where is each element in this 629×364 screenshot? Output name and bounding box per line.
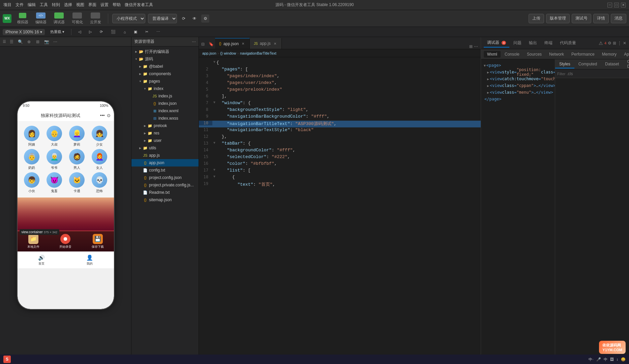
taskbar-arrow-icon[interactable]: ↕ — [617, 357, 619, 361]
menu-item[interactable]: 设置 — [100, 2, 109, 8]
tree-root-folder[interactable]: ▼ 📂 源码 — [131, 55, 199, 63]
styles-tab-dataset[interactable]: Dataset — [601, 60, 623, 68]
version-button[interactable]: 版本管理 — [546, 14, 570, 23]
refresh-button[interactable]: ⟳ — [180, 14, 188, 23]
devtools-settings-icon[interactable]: ⚙ — [608, 41, 611, 46]
tree-readme[interactable]: 📄 Readme.txt — [131, 189, 199, 196]
avatar-item-0[interactable]: 👩 阿姨 — [22, 126, 42, 147]
menu-item[interactable]: 微信开发者工具 — [125, 2, 153, 8]
devtools-more-icon[interactable]: ⋮ — [618, 41, 622, 46]
more-button[interactable]: ⋯ — [154, 29, 163, 35]
subtab-memory[interactable]: Memory — [599, 51, 620, 58]
menu-item[interactable]: 项目 — [3, 2, 11, 8]
styles-tab-computed[interactable]: Computed — [574, 60, 601, 68]
tab-profile[interactable]: 👤 我的 — [86, 254, 93, 266]
save-download-button[interactable]: 💾 保存下载 — [92, 234, 104, 249]
sim-menu-btn[interactable]: ☰ — [8, 38, 15, 45]
detail-button[interactable]: 详情 — [593, 14, 609, 23]
avatar-item-1[interactable]: 👴 大叔 — [44, 126, 65, 147]
tree-config-txt[interactable]: 📄 config.txt — [131, 166, 199, 174]
window-controls[interactable]: ─ □ ✕ — [607, 3, 626, 7]
simulator-button[interactable]: 模拟器 — [14, 11, 31, 26]
html-line-page-close[interactable]: </page> — [482, 96, 553, 102]
tree-recent-folder[interactable]: ▶ 📂 打开的编辑器 — [131, 48, 199, 55]
nav-circle-icon[interactable]: ⊙ — [107, 113, 111, 118]
refresh-sim-button[interactable]: ⟳ — [97, 29, 106, 35]
devtools-close-icon[interactable]: ✕ — [623, 41, 626, 46]
maximize-button[interactable]: □ — [614, 3, 619, 7]
tree-app-json[interactable]: {} app.json — [131, 159, 199, 166]
back-button[interactable]: ◁ — [76, 29, 84, 35]
html-line-view2[interactable]: ▶ <view catch:touchmove="touchmove" clas… — [482, 75, 553, 82]
tree-prelook-folder[interactable]: ▶ 📁 prelook — [131, 122, 199, 129]
tab-output[interactable]: 输出 — [526, 39, 540, 47]
hot-reload-button[interactable]: 热重载 ▾ — [48, 29, 67, 35]
cloud-button[interactable]: 云开发 — [87, 11, 104, 26]
sim-grid-btn[interactable]: ⊞ — [34, 38, 41, 45]
menu-item[interactable]: 转到 — [52, 2, 60, 8]
avatar-item-4[interactable]: 👵 奶奶 — [22, 149, 42, 170]
tab-terminal[interactable]: 终端 — [541, 39, 556, 47]
debugger-button[interactable]: 调试器 — [51, 11, 67, 26]
close-tab-icon[interactable]: ✕ — [241, 41, 245, 46]
sim-search-btn[interactable]: 🔍 — [17, 38, 24, 45]
subtab-wxml[interactable]: Wxml — [484, 51, 501, 58]
tree-app-js[interactable]: JS app.js — [131, 152, 199, 159]
html-line-view3[interactable]: ▶ <view class="cppan">…</view> — [482, 82, 553, 89]
avatar-item-2[interactable]: 👱‍♀️ 萝莉 — [67, 126, 87, 147]
html-line-view4[interactable]: ▶ <view class="menu">…</view> — [482, 89, 553, 96]
menu-item[interactable]: 视图 — [76, 2, 84, 8]
tab-problems[interactable]: 问题 — [510, 39, 525, 47]
capture-button[interactable]: ▣ — [131, 29, 140, 35]
avatar-item-9[interactable]: 😈 鬼畜 — [44, 172, 65, 193]
taskbar-lang-icon[interactable]: 中 — [604, 357, 607, 362]
close-tab-js-icon[interactable]: ✕ — [273, 41, 277, 46]
close-button[interactable]: ✕ — [621, 3, 626, 7]
avatar-item-8[interactable]: 👦 小伙 — [22, 172, 42, 193]
styles-tab-styles[interactable]: Styles — [555, 60, 574, 68]
tree-utils-folder[interactable]: ▶ 📁 utils — [131, 144, 199, 152]
menu-item[interactable]: 编辑 — [28, 2, 36, 8]
avatar-item-6[interactable]: 🧔 男人 — [67, 149, 87, 170]
html-tree[interactable]: ▼ <page> ▶ <view style="position: fixed;… — [481, 59, 555, 357]
local-file-button[interactable]: 📁 本地文件 — [27, 234, 39, 249]
taskbar-ime[interactable]: 中· — [589, 357, 593, 362]
subtab-performance[interactable]: Performance — [568, 51, 598, 58]
nav-dots-icon[interactable]: ••• — [100, 113, 105, 118]
tree-babel-folder[interactable]: ▶ 📁 @babel — [131, 63, 199, 70]
tree-components-folder[interactable]: ▶ 📁 components — [131, 70, 199, 78]
crop-button[interactable]: ✂ — [143, 29, 151, 35]
forward-button[interactable]: ▷ — [86, 29, 94, 35]
tree-index-js[interactable]: JS index.js — [131, 92, 199, 100]
minimize-button[interactable]: ─ — [607, 3, 612, 7]
menu-item[interactable]: 选择 — [64, 2, 72, 8]
split-editor-icon[interactable]: ⊞ — [469, 44, 473, 49]
editor-button[interactable]: </> 编辑器 — [32, 11, 49, 26]
avatar-item-3[interactable]: 👧 少女 — [89, 126, 110, 147]
html-line-view1[interactable]: ▶ <view style="position: fixed;" class="… — [482, 69, 553, 75]
mode-select[interactable]: 小程序模式 — [112, 14, 145, 23]
sim-inspect-btn[interactable]: ⊕ — [26, 38, 32, 45]
tab-app-js[interactable]: JS app.js ✕ — [250, 38, 282, 49]
tab-debugger[interactable]: 调试器 4 — [484, 38, 509, 48]
menu-item[interactable]: 工具 — [40, 2, 48, 8]
record-button[interactable]: ⏺ 开始录音 — [59, 234, 71, 249]
tab-app-json[interactable]: {} app.json ✕ — [215, 38, 250, 49]
styles-filter-input[interactable] — [567, 71, 627, 76]
tab-codequality[interactable]: 代码质量 — [557, 39, 579, 47]
menu-item[interactable]: 文件 — [16, 2, 24, 8]
tree-sitemap[interactable]: {} sitemap.json — [131, 196, 199, 204]
stop-button[interactable]: ⬛ — [108, 29, 118, 35]
subtab-appdata[interactable]: AppData — [621, 51, 629, 58]
taskbar-img-icon[interactable]: 🖼 — [610, 357, 614, 361]
tree-index-folder[interactable]: ▼ 📁 index — [131, 85, 199, 92]
tab-home[interactable]: 🔊 首页 — [38, 254, 45, 266]
avatar-item-5[interactable]: 👨‍🦳 爷爷 — [44, 149, 65, 170]
avatar-item-10[interactable]: 🐱 卡通 — [67, 172, 87, 193]
menu-item[interactable]: 帮助 — [113, 2, 121, 8]
styles-tab-componentdata[interactable]: Component Data — [623, 59, 629, 71]
menu-item[interactable]: 界面 — [88, 2, 96, 8]
tree-index-json[interactable]: {} index.json — [131, 100, 199, 107]
menu-bar[interactable]: 项目 文件 编辑 工具 转到 选择 视图 界面 设置 帮助 微信开发者工具 — [3, 2, 153, 8]
tree-project-config[interactable]: {} project.config.json — [131, 174, 199, 181]
